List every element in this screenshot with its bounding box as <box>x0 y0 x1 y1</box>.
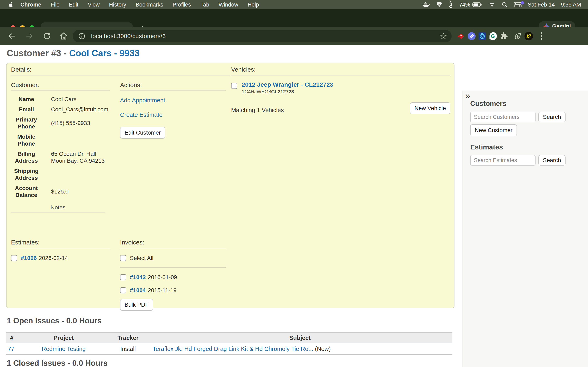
performance-leaf-icon[interactable] <box>513 32 522 41</box>
sidebar-customers-heading: Customers <box>470 100 507 108</box>
notification-dot <box>521 1 524 4</box>
browser-menu-kebab-icon[interactable] <box>537 32 546 41</box>
docker-icon[interactable] <box>422 2 430 8</box>
bookmark-star-icon[interactable] <box>440 33 447 40</box>
menu-history[interactable]: History <box>104 2 131 8</box>
battery-icon[interactable] <box>472 2 483 7</box>
customer-fields: Name Cool Cars Email Cool_Cars@intuit.co… <box>11 96 117 199</box>
invoice-checkbox[interactable] <box>120 287 126 293</box>
field-value-mobile-phone <box>51 133 112 147</box>
issue-subject-link[interactable]: Teraflex Jk: Hd Forged Drag Link Kit & H… <box>153 346 313 352</box>
toolbar-separator <box>510 33 510 40</box>
vpn-app-icon[interactable] <box>436 1 442 8</box>
extension-s-circle-icon[interactable] <box>467 32 476 41</box>
page-content: Customer #3 - Cool Cars - 9933 Details: … <box>0 45 588 367</box>
invoice-row: #1004 2015-11-19 <box>120 287 226 294</box>
menu-view[interactable]: View <box>83 2 104 8</box>
invoice-number-link[interactable]: #1004 <box>130 287 146 294</box>
collapse-sidebar-icon[interactable]: » <box>465 91 470 101</box>
field-label-name: Name <box>11 96 42 103</box>
menu-window[interactable]: Window <box>214 2 243 8</box>
home-icon[interactable] <box>59 32 68 41</box>
estimate-row: #1006 2026-02-14 <box>11 255 110 261</box>
vehicle-vin: 1C4HJWEG8CL212723 <box>242 89 333 95</box>
new-vehicle-button[interactable]: New Vehicle <box>410 102 450 114</box>
back-icon[interactable] <box>7 32 16 41</box>
new-customer-button[interactable]: New Customer <box>470 124 517 136</box>
url-text[interactable]: localhost:3000/customers/3 <box>91 33 166 40</box>
invoice-number-link[interactable]: #1042 <box>130 274 146 281</box>
vehicle-link[interactable]: 2012 Jeep Wrangler - CL212723 <box>242 81 333 88</box>
field-label-shipping-address: Shipping Address <box>11 167 42 182</box>
field-value-billing-address: 65 Ocean Dr. Half Moon Bay, CA 94213 <box>51 150 112 164</box>
site-info-icon[interactable] <box>78 33 85 40</box>
field-label-mobile-phone: Mobile Phone <box>11 133 42 147</box>
page-title-prefix: Customer #3 - <box>7 48 69 58</box>
extension-red-icon[interactable] <box>457 32 466 41</box>
invoices-divider <box>120 267 226 267</box>
field-value-name: Cool Cars <box>51 96 112 103</box>
menu-file[interactable]: File <box>46 2 64 8</box>
issues-table: # Project Tracker Subject 77 Redmine Tes… <box>6 332 452 355</box>
notes-heading: Notes <box>11 204 105 211</box>
helix-app-icon[interactable] <box>449 1 453 8</box>
search-estimates-input[interactable] <box>470 155 536 166</box>
apple-menu-icon[interactable] <box>8 1 14 8</box>
page-title: Customer #3 - Cool Cars - 9933 <box>7 48 139 58</box>
field-label-billing-address: Billing Address <box>11 150 42 164</box>
extensions-puzzle-icon[interactable] <box>499 32 508 41</box>
customer-heading: Customer: <box>11 82 110 89</box>
invoices-rule <box>120 248 226 248</box>
control-center-icon[interactable] <box>514 2 522 7</box>
sidebar-estimates-heading: Estimates <box>470 143 503 151</box>
reload-icon[interactable] <box>43 32 52 41</box>
spotlight-search-icon[interactable] <box>502 2 508 8</box>
issues-header-row: # Project Tracker Subject <box>6 333 452 343</box>
menubar-date[interactable]: Sat Feb 14 <box>528 2 555 8</box>
menu-profiles[interactable]: Profiles <box>168 2 196 8</box>
field-label-account-balance: Account Balance <box>11 185 42 199</box>
svg-text:G: G <box>491 33 495 39</box>
column-header-subject: Subject <box>147 333 452 343</box>
search-estimates-button[interactable]: Search <box>538 155 566 166</box>
grammarly-icon[interactable]: G <box>488 32 497 41</box>
column-header-id: # <box>6 333 19 343</box>
search-customers-input[interactable] <box>470 112 536 122</box>
issue-row: 77 Redmine Testing Install Teraflex Jk: … <box>6 343 452 355</box>
wifi-icon[interactable] <box>489 2 495 7</box>
issue-status: (New) <box>315 346 331 352</box>
notes-rule <box>11 212 105 212</box>
issue-project-link[interactable]: Redmine Testing <box>42 346 86 352</box>
closed-issues-heading: 1 Closed Issues - 0.0 Hours <box>7 359 108 367</box>
add-appointment-link[interactable]: Add Appointment <box>120 97 226 104</box>
forward-icon[interactable] <box>25 32 34 41</box>
search-customers-button[interactable]: Search <box>538 112 566 122</box>
bulk-pdf-button[interactable]: Bulk PDF <box>120 299 153 311</box>
issue-id-link[interactable]: 77 <box>8 346 14 352</box>
invoice-checkbox[interactable] <box>120 274 126 280</box>
field-value-email: Cool_Cars@intuit.com <box>51 106 112 113</box>
customer-name-link[interactable]: Cool Cars - 9933 <box>69 48 140 58</box>
invoices-heading: Invoices: <box>120 239 226 246</box>
menu-edit[interactable]: Edit <box>64 2 83 8</box>
vehicle-checkbox[interactable] <box>231 83 237 89</box>
menu-chrome[interactable]: Chrome <box>14 2 46 8</box>
profile-avatar[interactable] <box>524 32 533 41</box>
estimate-date: 2026-02-14 <box>39 255 68 261</box>
vin-bold: CL212723 <box>271 89 294 94</box>
menu-help[interactable]: Help <box>243 2 264 8</box>
right-sidebar: » Customers Search New Customer Estimate… <box>462 91 588 367</box>
edit-customer-button[interactable]: Edit Customer <box>120 127 165 139</box>
menu-tab[interactable]: Tab <box>196 2 214 8</box>
estimate-number-link[interactable]: #1006 <box>21 255 37 261</box>
url-bar[interactable]: localhost:3000/customers/3 <box>73 30 452 42</box>
details-rule <box>11 75 230 75</box>
actions-heading: Actions: <box>120 82 226 89</box>
open-issues-heading: 1 Open Issues - 0.0 Hours <box>7 317 102 325</box>
extension-email-lock-icon[interactable]: @ <box>478 32 487 41</box>
menu-bookmarks[interactable]: Bookmarks <box>131 2 168 8</box>
select-all-checkbox[interactable] <box>120 255 126 261</box>
estimate-checkbox[interactable] <box>11 255 17 261</box>
select-all-row: Select All <box>120 255 226 261</box>
create-estimate-link[interactable]: Create Estimate <box>120 111 226 118</box>
